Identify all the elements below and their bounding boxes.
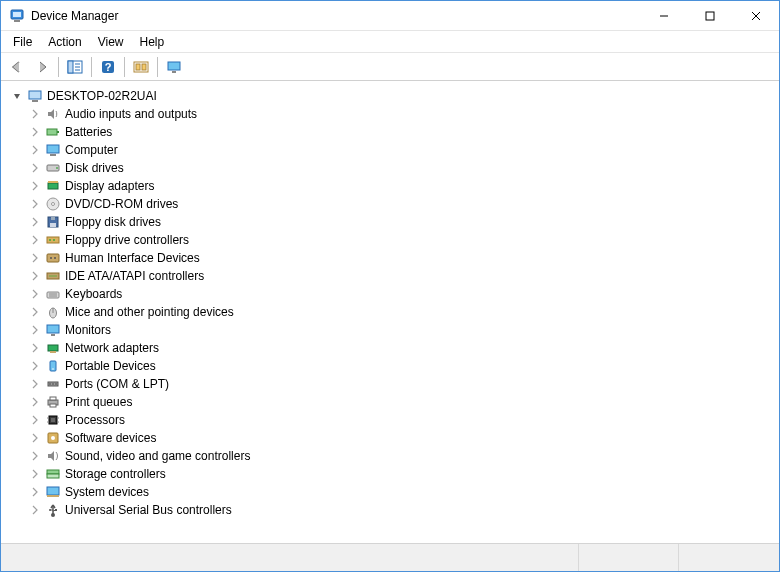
tree-category[interactable]: Audio inputs and outputs	[3, 105, 777, 123]
monitor-icon	[166, 59, 182, 75]
expander-closed-icon[interactable]	[27, 394, 43, 410]
tree-category[interactable]: Floppy drive controllers	[3, 231, 777, 249]
tree-category[interactable]: Keyboards	[3, 285, 777, 303]
forward-button[interactable]	[30, 56, 54, 78]
svg-rect-69	[47, 474, 59, 478]
expander-closed-icon[interactable]	[27, 124, 43, 140]
tree-category[interactable]: Display adapters	[3, 177, 777, 195]
expander-closed-icon[interactable]	[27, 466, 43, 482]
sound-icon	[45, 448, 61, 464]
scan-hardware-button[interactable]	[129, 56, 153, 78]
expander-closed-icon[interactable]	[27, 106, 43, 122]
svg-rect-36	[53, 239, 55, 241]
svg-rect-48	[51, 334, 55, 336]
mouse-icon	[45, 304, 61, 320]
help-button[interactable]: ?	[96, 56, 120, 78]
tree-category[interactable]: DVD/CD-ROM drives	[3, 195, 777, 213]
menu-file[interactable]: File	[5, 33, 40, 51]
expander-closed-icon[interactable]	[27, 268, 43, 284]
tree-category[interactable]: Monitors	[3, 321, 777, 339]
menu-action[interactable]: Action	[40, 33, 89, 51]
menu-help[interactable]: Help	[132, 33, 173, 51]
tree-category[interactable]: Software devices	[3, 429, 777, 447]
expander-closed-icon[interactable]	[27, 214, 43, 230]
tree-category[interactable]: Storage controllers	[3, 465, 777, 483]
expander-open-icon[interactable]	[9, 88, 25, 104]
svg-rect-71	[47, 495, 59, 497]
titlebar: Device Manager	[1, 1, 779, 31]
floppy-icon	[45, 214, 61, 230]
expander-closed-icon[interactable]	[27, 502, 43, 518]
toolbar-separator	[124, 57, 125, 77]
statusbar-cell	[579, 544, 679, 571]
svg-text:?: ?	[105, 61, 112, 73]
tree-category-label: Human Interface Devices	[65, 251, 200, 265]
tree-category[interactable]: Mice and other pointing devices	[3, 303, 777, 321]
expander-closed-icon[interactable]	[27, 430, 43, 446]
svg-rect-37	[47, 254, 59, 262]
tree-root[interactable]: DESKTOP-02R2UAI	[3, 87, 777, 105]
expander-closed-icon[interactable]	[27, 196, 43, 212]
expander-closed-icon[interactable]	[27, 178, 43, 194]
expander-closed-icon[interactable]	[27, 484, 43, 500]
tree-category[interactable]: Ports (COM & LPT)	[3, 375, 777, 393]
tree-category-label: Ports (COM & LPT)	[65, 377, 169, 391]
tree-category[interactable]: Universal Serial Bus controllers	[3, 501, 777, 519]
expander-closed-icon[interactable]	[27, 160, 43, 176]
minimize-button[interactable]	[641, 1, 687, 31]
tree-category[interactable]: Batteries	[3, 123, 777, 141]
device-manager-view-button[interactable]	[162, 56, 186, 78]
svg-point-52	[52, 368, 54, 370]
svg-rect-15	[136, 64, 140, 70]
svg-rect-32	[50, 223, 56, 227]
expander-closed-icon[interactable]	[27, 358, 43, 374]
device-tree: DESKTOP-02R2UAI Audio inputs and outputs…	[1, 83, 779, 531]
tree-category-label: Mice and other pointing devices	[65, 305, 234, 319]
expander-closed-icon[interactable]	[27, 376, 43, 392]
software-icon	[45, 430, 61, 446]
expander-closed-icon[interactable]	[27, 448, 43, 464]
maximize-button[interactable]	[687, 1, 733, 31]
expander-closed-icon[interactable]	[27, 142, 43, 158]
tree-category[interactable]: Computer	[3, 141, 777, 159]
scan-hardware-icon	[133, 59, 149, 75]
expander-closed-icon[interactable]	[27, 304, 43, 320]
tree-category[interactable]: Processors	[3, 411, 777, 429]
svg-rect-27	[48, 183, 58, 189]
tree-category[interactable]: Human Interface Devices	[3, 249, 777, 267]
tree-category[interactable]: Print queues	[3, 393, 777, 411]
menu-view[interactable]: View	[90, 33, 132, 51]
expander-closed-icon[interactable]	[27, 232, 43, 248]
tree-category[interactable]: Floppy disk drives	[3, 213, 777, 231]
network-icon	[45, 340, 61, 356]
expander-closed-icon[interactable]	[27, 250, 43, 266]
tree-category[interactable]: Network adapters	[3, 339, 777, 357]
close-button[interactable]	[733, 1, 779, 31]
tree-category-label: Audio inputs and outputs	[65, 107, 197, 121]
show-hide-console-tree-button[interactable]	[63, 56, 87, 78]
toolbar: ?	[1, 53, 779, 81]
expander-closed-icon[interactable]	[27, 322, 43, 338]
tree-category[interactable]: IDE ATA/ATAPI controllers	[3, 267, 777, 285]
svg-rect-35	[49, 239, 51, 241]
tree-category[interactable]: Sound, video and game controllers	[3, 447, 777, 465]
expander-closed-icon[interactable]	[27, 340, 43, 356]
tree-category-label: Keyboards	[65, 287, 122, 301]
device-tree-pane[interactable]: DESKTOP-02R2UAI Audio inputs and outputs…	[1, 82, 779, 542]
svg-point-55	[52, 383, 53, 384]
toolbar-separator	[157, 57, 158, 77]
storage-icon	[45, 466, 61, 482]
menubar: File Action View Help	[1, 31, 779, 53]
back-button[interactable]	[5, 56, 29, 78]
expander-closed-icon[interactable]	[27, 412, 43, 428]
svg-rect-4	[706, 12, 714, 20]
tree-category[interactable]: System devices	[3, 483, 777, 501]
expander-closed-icon[interactable]	[27, 286, 43, 302]
tree-category[interactable]: Portable Devices	[3, 357, 777, 375]
tree-category[interactable]: Disk drives	[3, 159, 777, 177]
svg-rect-58	[50, 397, 56, 400]
ide-icon	[45, 268, 61, 284]
battery-icon	[45, 124, 61, 140]
tree-category-label: Software devices	[65, 431, 156, 445]
statusbar	[1, 543, 779, 571]
